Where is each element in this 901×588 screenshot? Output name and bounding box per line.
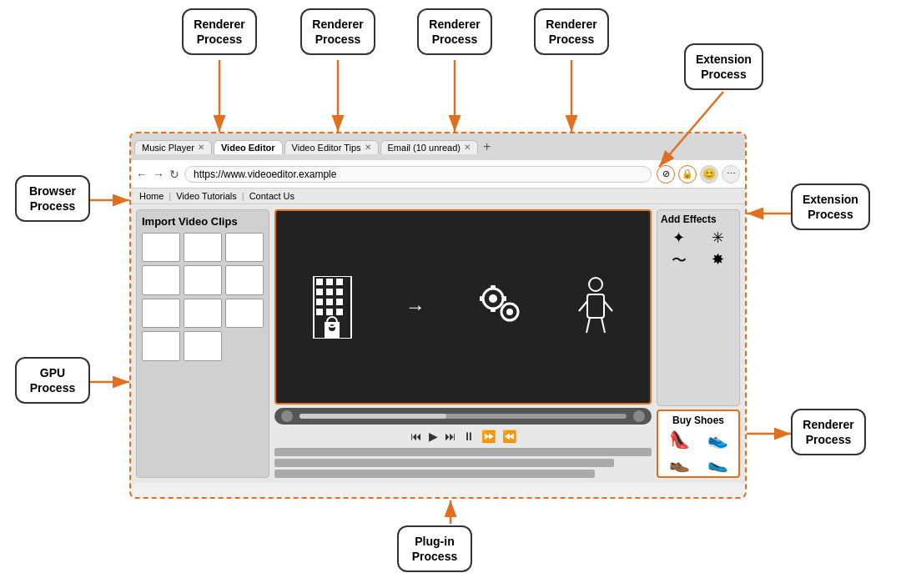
svg-rect-12	[336, 309, 343, 315]
ext-icon-1[interactable]: ⊘	[657, 165, 675, 183]
tab-label: Video Editor Tips	[292, 143, 361, 153]
svg-rect-4	[316, 289, 323, 295]
extension-process-right: ExtensionProcess	[791, 183, 870, 230]
gears-icon	[475, 280, 525, 334]
playback-controls: ⏮ ▶ ⏭ ⏸ ⏩ ⏪	[274, 428, 652, 445]
renderer-process-2: RendererProcess	[300, 8, 375, 55]
svg-rect-20	[491, 285, 496, 289]
building-icon	[310, 276, 355, 339]
skip-forward-button[interactable]: ⏭	[445, 430, 456, 443]
svg-rect-22	[480, 296, 484, 301]
timeline-bar-3[interactable]	[274, 470, 595, 478]
video-content: →	[276, 211, 650, 403]
svg-point-19	[506, 309, 513, 315]
person-icon	[575, 276, 617, 338]
nav-links: Home | Video Tutorials | Contact Us	[131, 188, 745, 204]
import-title: Import Video Clips	[142, 215, 264, 228]
clip-box-5[interactable]	[184, 265, 222, 294]
effects-panel: Add Effects ✦ ✳ 〜 ✸ Buy Shoes 👠 👟 👞 🥿	[657, 209, 740, 478]
effects-icons: ✦ ✳ 〜 ✸	[661, 229, 736, 270]
forward-button[interactable]: →	[153, 168, 164, 181]
clip-box-9[interactable]	[225, 299, 264, 328]
timeline-bar-1[interactable]	[274, 448, 652, 456]
clip-box-8[interactable]	[184, 299, 222, 328]
ext-icon-2[interactable]: 🔒	[678, 165, 697, 183]
swirl-icon[interactable]: 〜	[661, 250, 697, 270]
clip-box-4[interactable]	[142, 265, 180, 294]
heels-icon[interactable]: 👠	[662, 430, 697, 450]
tab-close-icon[interactable]: ✕	[198, 143, 204, 152]
starburst-icon[interactable]: ✸	[700, 250, 736, 270]
tab-video-editor[interactable]: Video Editor	[214, 140, 283, 154]
renderer-process-3: RendererProcess	[417, 8, 492, 55]
svg-line-26	[579, 301, 587, 311]
tab-video-editor-tips[interactable]: Video Editor Tips ✕	[284, 140, 379, 154]
svg-line-28	[586, 318, 590, 333]
address-input[interactable]	[184, 166, 652, 183]
tab-music-player[interactable]: Music Player ✕	[134, 140, 212, 154]
fast-forward-button[interactable]: ⏩	[481, 430, 496, 443]
skip-back-button[interactable]: ⏮	[410, 430, 422, 443]
timeline-bars	[274, 448, 652, 478]
renderer-process-1: RendererProcess	[182, 8, 257, 55]
import-panel: Import Video Clips	[136, 209, 269, 478]
tab-label: Music Player	[142, 143, 194, 153]
pause-button[interactable]: ⏸	[463, 430, 475, 443]
gpu-process: GPUProcess	[15, 357, 90, 404]
svg-point-17	[489, 294, 497, 303]
svg-rect-3	[336, 279, 343, 285]
tab-bar: Music Player ✕ Video Editor Video Editor…	[131, 133, 745, 160]
sparkle-icon[interactable]: ✦	[661, 229, 697, 247]
nav-contact[interactable]: Contact Us	[249, 191, 294, 201]
clip-box-1[interactable]	[142, 233, 180, 262]
buy-title: Buy Shoes	[662, 415, 735, 426]
burst-icon[interactable]: ✳	[700, 229, 736, 247]
svg-line-27	[604, 301, 612, 311]
timeline-bar-2[interactable]	[274, 459, 614, 467]
reload-button[interactable]: ↻	[169, 168, 179, 181]
browser-window: Music Player ✕ Video Editor Video Editor…	[129, 132, 747, 499]
back-button[interactable]: ←	[136, 168, 148, 181]
ext-icon-3[interactable]: 😊	[700, 165, 718, 183]
svg-rect-21	[491, 308, 496, 312]
clip-box-7[interactable]	[142, 299, 180, 328]
nav-tutorials[interactable]: Video Tutorials	[176, 191, 237, 201]
ext-icon-menu[interactable]: ⋯	[722, 165, 740, 183]
tab-label: Video Editor	[221, 143, 275, 153]
play-button[interactable]: ▶	[429, 430, 438, 443]
svg-rect-8	[326, 299, 333, 305]
clip-box-10[interactable]	[142, 331, 180, 360]
address-bar: ← → ↻ ⊘ 🔒 😊 ⋯	[131, 160, 745, 188]
progress-track[interactable]	[299, 414, 627, 419]
renderer-process-4: RendererProcess	[534, 8, 609, 55]
nav-home[interactable]: Home	[139, 191, 164, 201]
svg-rect-23	[502, 296, 506, 301]
buy-shoes-box: Buy Shoes 👠 👟 👞 🥿	[657, 410, 740, 478]
arrow-right-icon: →	[405, 295, 425, 319]
tab-close-icon[interactable]: ✕	[464, 143, 471, 152]
shoe-icon[interactable]: 👟	[700, 430, 735, 450]
clip-box-2[interactable]	[184, 233, 222, 262]
sandal-icon[interactable]: 🥿	[700, 453, 735, 473]
tab-email[interactable]: Email (10 unread) ✕	[380, 140, 478, 154]
rewind-button[interactable]: ⏪	[502, 430, 516, 443]
effects-title: Add Effects	[661, 214, 736, 225]
clip-box-3[interactable]	[225, 233, 264, 262]
svg-rect-6	[336, 289, 343, 295]
video-area: →	[274, 209, 652, 478]
svg-rect-1	[316, 279, 323, 285]
boot-icon[interactable]: 👞	[662, 453, 697, 473]
tab-label: Email (10 unread)	[388, 143, 461, 153]
renderer-process-bottom: RendererProcess	[791, 409, 866, 455]
clip-box-11[interactable]	[184, 331, 222, 360]
svg-rect-25	[587, 294, 604, 318]
tab-close-icon[interactable]: ✕	[365, 143, 371, 152]
extension-icons: ⊘ 🔒 😊 ⋯	[657, 165, 740, 183]
plugin-process: Plug-inProcess	[397, 525, 472, 572]
clip-box-6[interactable]	[225, 265, 264, 294]
browser-process: BrowserProcess	[15, 175, 90, 222]
svg-rect-9	[336, 299, 343, 305]
controls-dot	[281, 410, 293, 422]
new-tab-button[interactable]: +	[480, 139, 494, 154]
svg-point-24	[589, 278, 602, 291]
